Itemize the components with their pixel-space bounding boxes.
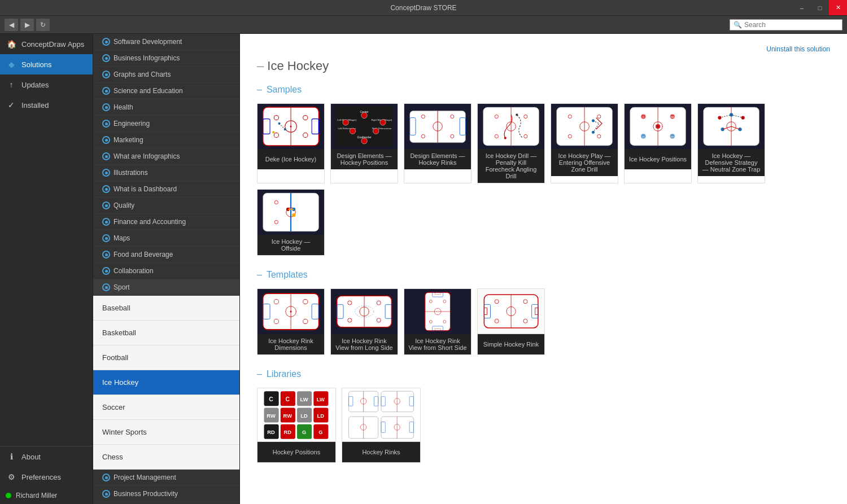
solution-business-productivity[interactable]: Business Productivity (93, 486, 239, 502)
card-image-rink-short (404, 289, 471, 334)
sport-child-soccer[interactable]: Soccer (93, 395, 239, 420)
bullet-icon (102, 169, 110, 177)
bullet-icon (102, 87, 110, 95)
card-lib-rinks[interactable]: Hockey Rinks (342, 388, 421, 463)
libraries-label: Libraries (267, 369, 301, 379)
samples-header[interactable]: Samples (257, 85, 830, 95)
sport-child-football[interactable]: Football (93, 345, 239, 370)
card-simple-rink[interactable]: Simple Hockey Rink (477, 288, 545, 355)
card-positions[interactable]: Center Left Wing (Winger) Right Wing (Wi… (330, 103, 398, 183)
solution-graphs-charts[interactable]: Graphs and Charts (93, 67, 239, 83)
card-drill[interactable]: Ice Hockey Drill — Penalty Kill Forechec… (477, 103, 545, 183)
sidebar-item-about[interactable]: ℹ About (0, 446, 93, 467)
svg-point-20 (361, 112, 367, 118)
card-positions2[interactable]: C RW LD RD Ice Hockey Positions (624, 103, 692, 183)
bullet-icon (102, 120, 110, 128)
sport-child-baseball[interactable]: Baseball (93, 296, 239, 321)
bullet-icon (102, 38, 110, 46)
main-layout: 🏠 ConceptDraw Apps ◆ Solutions ↑ Updates… (0, 34, 847, 504)
minimize-button[interactable]: – (793, 0, 811, 15)
solution-illustrations[interactable]: Illustrations (93, 165, 239, 181)
card-rink-short[interactable]: Ice Hockey Rink View from Short Side (404, 288, 471, 355)
solution-software-dev[interactable]: Software Development (93, 34, 239, 50)
card-rinks[interactable]: Design Elements — Hockey Rinks (404, 103, 471, 183)
card-label-lib-rinks: Hockey Rinks (342, 442, 420, 462)
search-input[interactable] (744, 21, 839, 29)
svg-text:RW: RW (670, 116, 674, 119)
solution-finance-accounting[interactable]: Finance and Accounting (93, 214, 239, 230)
card-label-rink-dim: Ice Hockey Rink Dimensions (257, 334, 324, 354)
sidebar-item-solutions[interactable]: ◆ Solutions (0, 54, 93, 74)
svg-point-72 (738, 128, 741, 131)
solution-label: Food and Beverage (113, 251, 173, 258)
sidebar-apps-label: ConceptDraw Apps (21, 40, 84, 49)
solution-what-are-infographics[interactable]: What are Infographics (93, 148, 239, 165)
templates-label: Templates (267, 270, 308, 280)
solution-label: Collaboration (113, 267, 154, 275)
libraries-header[interactable]: Libraries (257, 369, 830, 379)
svg-text:C: C (286, 396, 290, 402)
sidebar-item-installed[interactable]: ✓ Installed (0, 95, 93, 115)
svg-text:RW: RW (283, 413, 292, 419)
card-offside[interactable]: Ice Hockey — Offside (257, 189, 325, 256)
solution-maps[interactable]: Maps (93, 230, 239, 247)
card-defense[interactable]: Ice Hockey — Defensive Strategy — Neutra… (697, 103, 765, 183)
bullet-icon (102, 103, 110, 111)
card-image-lib-rinks (342, 388, 420, 442)
svg-point-60 (656, 124, 660, 129)
card-deke[interactable]: Deke (Ice Hockey) (257, 103, 325, 183)
forward-button[interactable]: ▶ (20, 19, 34, 31)
svg-text:LD: LD (300, 413, 308, 419)
svg-text:C: C (643, 116, 644, 119)
card-image-offensive (551, 104, 618, 149)
card-label-positions2: Ice Hockey Positions (625, 149, 691, 169)
about-icon: ℹ (6, 451, 17, 462)
solution-project-management[interactable]: Project Management (93, 470, 239, 486)
card-image-simple-rink (478, 289, 544, 334)
sport-child-label: Winter Sports (102, 428, 147, 436)
templates-header[interactable]: Templates (257, 270, 830, 280)
svg-point-22 (380, 120, 386, 125)
solution-label: Health (113, 103, 133, 111)
sidebar-solutions-label: Solutions (21, 60, 51, 69)
solution-sport[interactable]: Sport (93, 279, 239, 296)
samples-label: Samples (267, 85, 302, 95)
solution-business-infographics[interactable]: Business Infographics (93, 50, 239, 67)
sidebar-item-apps[interactable]: 🏠 ConceptDraw Apps (0, 34, 93, 54)
card-rink-long[interactable]: Ice Hockey Rink View from Long Side (330, 288, 398, 355)
uninstall-link[interactable]: Uninstall this solution (766, 45, 830, 53)
solution-food-beverage[interactable]: Food and Beverage (93, 247, 239, 263)
svg-text:LW: LW (300, 396, 308, 402)
solution-collaboration[interactable]: Collaboration (93, 263, 239, 279)
card-image-lib-positions: C C LW LW RW RW LD LD (257, 388, 335, 442)
solution-engineering[interactable]: Engineering (93, 116, 239, 132)
sidebar-bottom: ℹ About ⚙ Preferences Richard Miller (0, 446, 93, 504)
sport-child-winter-sports[interactable]: Winter Sports (93, 420, 239, 445)
solution-marketing[interactable]: Marketing (93, 132, 239, 148)
solution-what-is-dashboard[interactable]: What is a Dashboard (93, 181, 239, 198)
card-lib-positions[interactable]: C C LW LW RW RW LD LD (257, 388, 336, 463)
svg-point-80 (292, 213, 295, 217)
close-button[interactable]: ✕ (829, 0, 847, 15)
card-offensive[interactable]: Ice Hockey Play — Entering Offensive Zon… (551, 103, 618, 183)
sidebar-item-updates[interactable]: ↑ Updates (0, 74, 93, 95)
svg-rect-155 (381, 391, 413, 412)
card-rink-dim[interactable]: Ice Hockey Rink Dimensions (257, 288, 325, 355)
svg-point-12 (272, 131, 274, 133)
solution-science-education[interactable]: Science and Education (93, 83, 239, 99)
card-image-rinks (404, 104, 471, 149)
svg-text:RD: RD (284, 429, 292, 435)
sport-child-label: Ice Hockey (102, 378, 138, 387)
sport-child-chess[interactable]: Chess (93, 445, 239, 470)
svg-point-43 (504, 137, 507, 139)
sport-child-ice-hockey[interactable]: Ice Hockey (93, 370, 239, 395)
content-area: Uninstall this solution Ice Hockey Sampl… (240, 34, 847, 504)
solution-health[interactable]: Health (93, 99, 239, 116)
solution-quality[interactable]: Quality (93, 198, 239, 214)
maximize-button[interactable]: □ (811, 0, 829, 15)
sidebar-item-preferences[interactable]: ⚙ Preferences (0, 467, 93, 487)
refresh-button[interactable]: ↻ (36, 19, 50, 31)
sport-child-basketball[interactable]: Basketball (93, 321, 239, 345)
back-button[interactable]: ◀ (5, 19, 18, 31)
bullet-icon (102, 136, 110, 144)
